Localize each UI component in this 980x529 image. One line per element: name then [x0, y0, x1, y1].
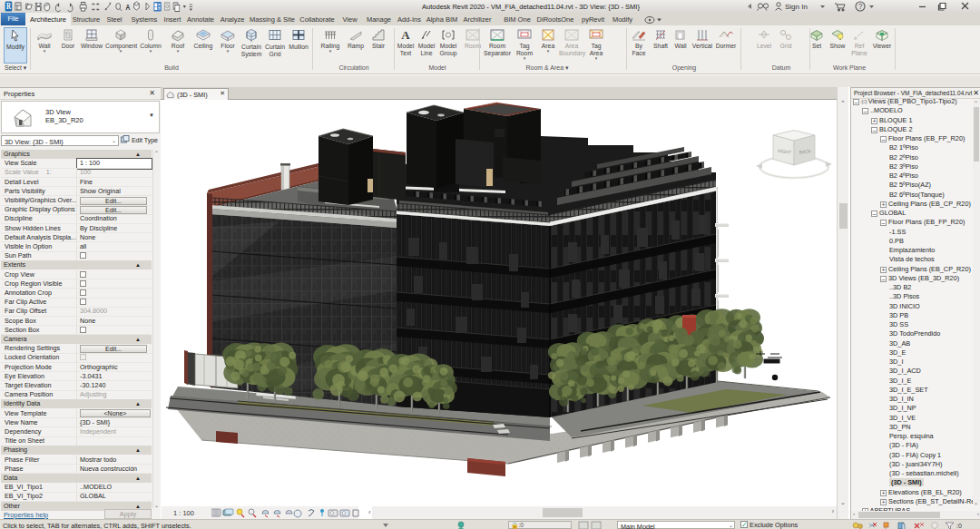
svg-text:R: R: [6, 1, 12, 12]
svg-text:A: A: [401, 28, 410, 42]
svg-text::0: :0: [956, 523, 962, 529]
svg-text:Sign In: Sign In: [785, 3, 808, 11]
svg-text:?: ?: [858, 2, 863, 11]
